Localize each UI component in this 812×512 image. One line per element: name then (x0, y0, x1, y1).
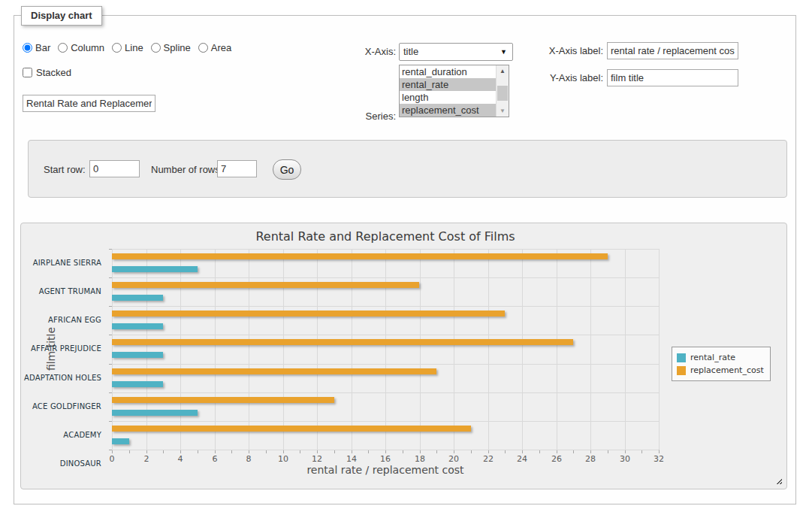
bar-replacement_cost[interactable] (112, 368, 436, 374)
x-axis-tick (368, 450, 369, 453)
gridline-vertical (180, 249, 181, 450)
y-axis-tick (109, 335, 112, 335)
radio-label-area: Area (211, 42, 231, 53)
bar-replacement_cost[interactable] (112, 253, 608, 259)
x-tick-label: 16 (370, 454, 400, 464)
bar-rental_rate[interactable] (112, 410, 198, 416)
x-axis-tick (608, 450, 608, 453)
bar-replacement_cost[interactable] (112, 339, 573, 345)
chart-title-input[interactable] (23, 95, 155, 112)
start-row-input[interactable] (89, 160, 140, 177)
x-tick-label: 18 (405, 454, 435, 464)
x-axis-label-input[interactable] (607, 42, 738, 59)
x-axis-tick (641, 450, 642, 453)
x-axis-tick (129, 450, 130, 453)
scrollbar-thumb[interactable] (497, 86, 508, 101)
radio-bar[interactable] (23, 43, 32, 53)
radio-area[interactable] (198, 43, 208, 53)
x-axis-tick (317, 450, 318, 453)
series-option-replacement_cost[interactable]: replacement_cost (400, 104, 496, 117)
x-axis-tick (488, 450, 489, 453)
number-of-rows-input[interactable] (217, 160, 257, 177)
x-axis-label: X-Axis: (342, 46, 396, 57)
chart-type-option-line[interactable]: Line (112, 42, 143, 53)
x-axis-select[interactable]: title ▼ (399, 43, 513, 61)
go-button[interactable]: Go (273, 159, 301, 180)
gridline-vertical (352, 249, 352, 450)
x-axis-tick (420, 450, 421, 453)
row-controls-panel: Start row: Number of rows: Go (28, 140, 787, 198)
x-tick-label: 22 (473, 454, 503, 464)
bar-replacement_cost[interactable] (112, 397, 334, 403)
x-tick-label: 4 (165, 454, 195, 464)
x-axis-tick (471, 450, 472, 453)
chart-type-option-spline[interactable]: Spline (151, 42, 191, 53)
bar-replacement_cost[interactable] (112, 282, 419, 288)
y-category-label: ACADEMY DINOSAUR (21, 421, 107, 450)
x-axis-title: rental rate / replacement cost (112, 464, 659, 476)
gridline-vertical (249, 249, 249, 450)
bar-rental_rate[interactable] (112, 323, 163, 329)
y-axis-tick (109, 249, 112, 250)
x-tick-label: 26 (542, 454, 572, 464)
stacked-checkbox-row: Stacked (23, 67, 71, 78)
x-axis-tick (249, 450, 249, 453)
series-option-rental_rate[interactable]: rental_rate (400, 78, 496, 91)
y-axis-tick (109, 364, 112, 365)
bar-rental_rate[interactable] (112, 438, 129, 444)
y-category-label: AIRPLANE SIERRA (21, 249, 107, 277)
x-axis-tick (198, 450, 198, 453)
x-tick-label: 30 (610, 454, 640, 464)
bar-rental_rate[interactable] (112, 352, 163, 358)
series-option-length[interactable]: length (400, 91, 496, 104)
bar-rental_rate[interactable] (112, 381, 163, 387)
gridline-horizontal (112, 277, 659, 278)
y-axis-label-label: Y-Axis label: (537, 72, 603, 83)
y-category-label: AFRICAN EGG (21, 306, 107, 335)
radio-line[interactable] (112, 43, 122, 53)
bar-rental_rate[interactable] (112, 295, 163, 301)
series-scrollbar[interactable]: ▲ ▼ (496, 65, 509, 117)
bar-replacement_cost[interactable] (112, 426, 471, 432)
scroll-down-icon[interactable]: ▼ (497, 105, 509, 117)
chart-panel: Rental Rate and Replacement Cost of Film… (20, 223, 787, 489)
dropdown-arrow-icon: ▼ (500, 49, 507, 56)
legend-item-replacement_cost[interactable]: replacement_cost (677, 364, 764, 377)
start-row-label: Start row: (44, 164, 86, 175)
legend-swatch-rental_rate (677, 353, 686, 362)
x-tick-label: 0 (97, 454, 127, 464)
gridline-vertical (112, 249, 113, 450)
bar-rental_rate[interactable] (112, 266, 198, 272)
chart-type-option-bar[interactable]: Bar (23, 42, 50, 53)
chart-type-option-column[interactable]: Column (58, 42, 104, 53)
gridline-horizontal (112, 392, 659, 393)
scroll-up-icon[interactable]: ▲ (497, 65, 509, 77)
radio-spline[interactable] (151, 43, 161, 53)
x-axis-tick (180, 450, 181, 453)
radio-label-line: Line (125, 42, 143, 53)
x-axis-tick (522, 450, 523, 453)
x-axis-tick (283, 450, 284, 453)
x-tick-label: 32 (644, 454, 674, 464)
radio-label-column: Column (71, 42, 104, 53)
gridline-vertical (215, 249, 216, 450)
legend-item-rental_rate[interactable]: rental_rate (677, 351, 764, 364)
series-listbox[interactable]: rental_durationrental_ratelengthreplacem… (399, 65, 509, 117)
chart-type-option-area[interactable]: Area (198, 42, 231, 53)
x-axis-tick (266, 450, 267, 453)
series-option-rental_duration[interactable]: rental_duration (400, 65, 496, 78)
radio-column[interactable] (58, 43, 68, 53)
bar-replacement_cost[interactable] (112, 311, 505, 317)
y-axis-tick (109, 277, 112, 278)
y-axis-label-input[interactable] (607, 69, 738, 86)
series-options: rental_durationrental_ratelengthreplacem… (400, 65, 496, 117)
gridline-vertical (146, 249, 147, 450)
stacked-checkbox[interactable] (23, 68, 32, 77)
x-axis-tick (557, 450, 557, 453)
y-axis-tick (109, 392, 112, 393)
series-label: Series: (342, 111, 396, 122)
gridline-vertical (283, 249, 284, 450)
gridline-vertical (454, 249, 454, 450)
y-category-label: AFFAIR PREJUDICE (21, 335, 107, 363)
x-tick-label: 2 (131, 454, 161, 464)
